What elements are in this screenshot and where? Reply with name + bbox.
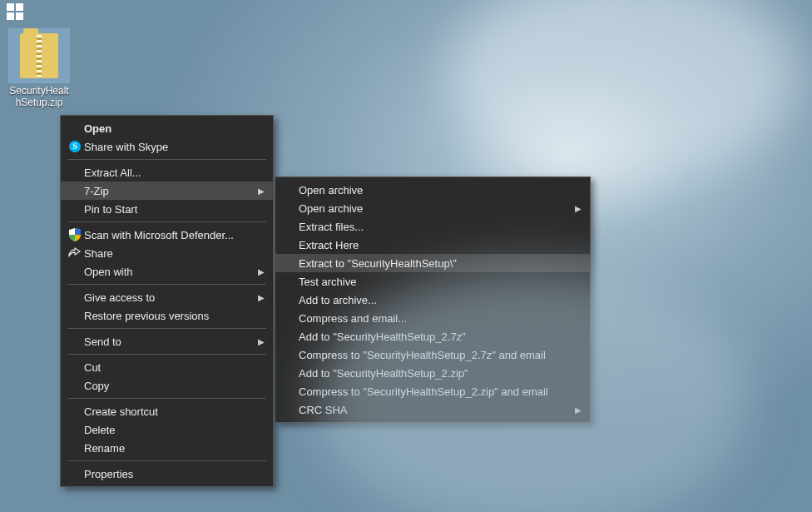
submenu-arrow-icon: ▶ [258,293,266,302]
context-menu: Open S Share with Skype Extract All... 7… [60,115,274,487]
desktop[interactable]: SecurityHealthSetup.zip Open S Share wit… [0,0,812,512]
submenu-item-compress-7z-email[interactable]: Compress to "SecurityHealthSetup_2.7z" a… [275,345,590,364]
menu-separator [67,460,266,461]
menu-item-extract-all[interactable]: Extract All... [61,163,273,181]
zip-folder-icon [20,33,58,78]
menu-item-restore-previous[interactable]: Restore previous versions [61,306,273,325]
submenu-arrow-icon: ▶ [258,267,266,276]
menu-item-create-shortcut[interactable]: Create shortcut [61,402,273,420]
menu-item-share[interactable]: Share [61,244,273,262]
submenu-item-add-archive[interactable]: Add to archive... [275,291,590,309]
menu-item-pin-start[interactable]: Pin to Start [61,200,273,218]
submenu-item-compress-email[interactable]: Compress and email... [275,309,590,327]
submenu-item-crc-sha[interactable]: CRC SHA ▶ [275,400,590,419]
submenu-item-compress-zip-email[interactable]: Compress to "SecurityHealthSetup_2.zip" … [275,382,590,400]
menu-item-cut[interactable]: Cut [61,358,273,376]
menu-separator [67,284,266,285]
desktop-file[interactable]: SecurityHealthSetup.zip [8,28,70,108]
submenu-item-add-7z[interactable]: Add to "SecurityHealthSetup_2.7z" [275,327,590,345]
submenu-item-open-archive[interactable]: Open archive [275,181,590,199]
submenu-item-open-archive-sub[interactable]: Open archive ▶ [275,199,590,217]
windows-logo-icon [7,3,23,20]
menu-separator [67,328,266,329]
menu-item-properties[interactable]: Properties [61,465,273,483]
submenu-arrow-icon: ▶ [258,186,266,196]
submenu-7zip: Open archive Open archive ▶ Extract file… [275,176,591,423]
desktop-file-icon-selection [8,28,70,83]
submenu-arrow-icon: ▶ [258,337,266,346]
submenu-item-extract-files[interactable]: Extract files... [275,217,590,236]
submenu-item-add-zip[interactable]: Add to "SecurityHealthSetup_2.zip" [275,364,590,382]
defender-shield-icon [69,228,81,241]
skype-icon: S [69,141,81,152]
menu-separator [67,221,266,222]
menu-item-7zip[interactable]: 7-Zip ▶ [61,181,273,200]
submenu-arrow-icon: ▶ [575,204,583,213]
menu-item-give-access[interactable]: Give access to ▶ [61,288,273,306]
submenu-item-extract-here[interactable]: Extract Here [275,236,590,254]
submenu-arrow-icon: ▶ [575,405,583,415]
menu-item-open-with[interactable]: Open with ▶ [61,262,273,281]
menu-item-copy[interactable]: Copy [61,376,273,395]
submenu-item-extract-to[interactable]: Extract to "SecurityHealthSetup\" [275,254,590,272]
desktop-file-label: SecurityHealthSetup.zip [8,85,70,108]
submenu-item-test-archive[interactable]: Test archive [275,272,590,291]
menu-separator [67,354,266,355]
menu-separator [67,398,266,399]
menu-item-scan-defender[interactable]: Scan with Microsoft Defender... [61,226,273,244]
menu-separator [67,159,266,160]
menu-item-share-skype[interactable]: S Share with Skype [61,137,273,156]
menu-item-send-to[interactable]: Send to ▶ [61,332,273,350]
menu-item-delete[interactable]: Delete [61,420,273,439]
share-icon [68,247,82,259]
menu-item-rename[interactable]: Rename [61,439,273,457]
menu-item-open[interactable]: Open [61,119,273,137]
